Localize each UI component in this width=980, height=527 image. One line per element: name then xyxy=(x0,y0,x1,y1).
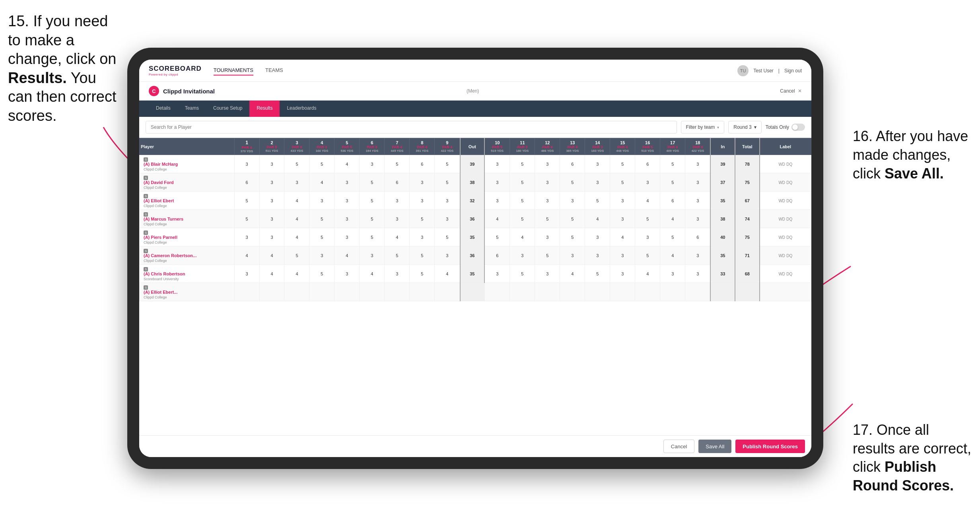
score-front-6[interactable]: 3 xyxy=(360,155,385,173)
score-front-4[interactable]: 3 xyxy=(309,192,334,210)
nav-teams[interactable]: TEAMS xyxy=(265,66,283,76)
wd-button[interactable]: WD xyxy=(778,235,785,240)
score-front-3[interactable]: 5 xyxy=(284,155,309,173)
score-back-16[interactable]: 4 xyxy=(635,192,660,210)
score-front-2[interactable] xyxy=(259,283,284,301)
score-back-16[interactable] xyxy=(635,283,660,301)
toggle-track[interactable] xyxy=(791,124,805,131)
score-back-13[interactable]: 5 xyxy=(560,210,585,228)
score-back-10[interactable]: 5 xyxy=(484,228,510,246)
score-front-5[interactable]: 3 xyxy=(334,265,360,283)
score-front-2[interactable]: 4 xyxy=(259,246,284,265)
score-front-9[interactable]: 3 xyxy=(435,246,460,265)
score-front-1[interactable]: 3 xyxy=(234,265,259,283)
player-name-link[interactable]: (A) Marcus Turners xyxy=(144,217,233,221)
score-back-11[interactable]: 4 xyxy=(510,228,535,246)
score-front-5[interactable]: 3 xyxy=(334,210,360,228)
nav-tournaments[interactable]: TOURNAMENTS xyxy=(214,66,253,76)
dq-button[interactable]: DQ xyxy=(786,162,792,167)
score-back-14[interactable]: 4 xyxy=(585,210,610,228)
score-back-14[interactable]: 3 xyxy=(585,228,610,246)
score-back-10[interactable]: 6 xyxy=(484,246,510,265)
save-all-button[interactable]: Save All xyxy=(698,440,731,453)
player-name-link[interactable]: (A) Chris Robertson xyxy=(144,271,233,276)
cancel-button[interactable]: Cancel xyxy=(663,440,694,453)
score-front-9[interactable]: 4 xyxy=(435,265,460,283)
score-back-17[interactable] xyxy=(660,283,685,301)
score-back-16[interactable]: 5 xyxy=(635,246,660,265)
score-back-17[interactable]: 6 xyxy=(660,192,685,210)
score-back-11[interactable] xyxy=(510,283,535,301)
player-name-link[interactable]: (A) Elliot Ebert xyxy=(144,198,233,203)
score-back-13[interactable]: 6 xyxy=(560,155,585,173)
score-front-3[interactable]: 4 xyxy=(284,192,309,210)
score-front-8[interactable]: 3 xyxy=(410,228,435,246)
score-front-4[interactable]: 5 xyxy=(309,265,334,283)
score-back-18[interactable] xyxy=(685,283,711,301)
score-front-8[interactable] xyxy=(410,283,435,301)
score-front-4[interactable]: 5 xyxy=(309,155,334,173)
score-back-13[interactable]: 4 xyxy=(560,265,585,283)
player-name-link[interactable]: (A) David Ford xyxy=(144,180,233,185)
score-back-12[interactable]: 3 xyxy=(535,155,560,173)
score-back-17[interactable]: 3 xyxy=(660,265,685,283)
tab-results[interactable]: Results xyxy=(249,101,280,117)
score-front-7[interactable]: 3 xyxy=(385,192,410,210)
score-front-6[interactable]: 5 xyxy=(360,192,385,210)
score-back-17[interactable]: 5 xyxy=(660,173,685,192)
score-front-1[interactable]: 3 xyxy=(234,155,259,173)
score-back-10[interactable]: 3 xyxy=(484,192,510,210)
score-front-7[interactable]: 3 xyxy=(385,210,410,228)
score-back-10[interactable]: 3 xyxy=(484,173,510,192)
score-back-15[interactable] xyxy=(610,283,635,301)
score-back-18[interactable]: 3 xyxy=(685,265,711,283)
score-front-2[interactable]: 3 xyxy=(259,210,284,228)
score-back-10[interactable]: 3 xyxy=(484,155,510,173)
score-back-15[interactable]: 4 xyxy=(610,228,635,246)
player-name-link[interactable]: (A) Elliot Ebert... xyxy=(144,290,233,294)
dq-button[interactable]: DQ xyxy=(786,199,792,203)
score-back-16[interactable]: 4 xyxy=(635,265,660,283)
score-back-15[interactable]: 5 xyxy=(610,155,635,173)
score-front-6[interactable]: 3 xyxy=(360,246,385,265)
score-front-9[interactable]: 3 xyxy=(435,210,460,228)
score-back-14[interactable]: 3 xyxy=(585,155,610,173)
round-selector-button[interactable]: Round 3 ▾ xyxy=(728,121,761,134)
score-front-7[interactable]: 4 xyxy=(385,228,410,246)
score-front-3[interactable]: 4 xyxy=(284,210,309,228)
score-back-14[interactable] xyxy=(585,283,610,301)
score-back-18[interactable]: 6 xyxy=(685,228,711,246)
score-back-10[interactable]: 4 xyxy=(484,210,510,228)
filter-team-button[interactable]: Filter by team ▾ xyxy=(681,121,725,134)
score-back-17[interactable]: 5 xyxy=(660,155,685,173)
score-back-12[interactable]: 3 xyxy=(535,173,560,192)
dq-button[interactable]: DQ xyxy=(786,254,792,258)
tab-course-setup[interactable]: Course Setup xyxy=(206,101,249,117)
score-front-3[interactable]: 4 xyxy=(284,228,309,246)
score-front-3[interactable]: 5 xyxy=(284,246,309,265)
tab-teams[interactable]: Teams xyxy=(178,101,206,117)
score-front-2[interactable]: 3 xyxy=(259,155,284,173)
score-back-14[interactable]: 5 xyxy=(585,192,610,210)
score-front-9[interactable]: 3 xyxy=(435,192,460,210)
score-back-18[interactable]: 3 xyxy=(685,192,711,210)
score-back-15[interactable]: 3 xyxy=(610,192,635,210)
score-front-3[interactable] xyxy=(284,283,309,301)
score-front-5[interactable]: 4 xyxy=(334,246,360,265)
score-front-8[interactable]: 5 xyxy=(410,246,435,265)
score-front-1[interactable] xyxy=(234,283,259,301)
score-front-4[interactable]: 5 xyxy=(309,228,334,246)
score-back-18[interactable]: 3 xyxy=(685,173,711,192)
score-front-8[interactable]: 6 xyxy=(410,155,435,173)
score-front-2[interactable]: 3 xyxy=(259,173,284,192)
score-back-16[interactable]: 6 xyxy=(635,155,660,173)
score-front-6[interactable]: 4 xyxy=(360,265,385,283)
score-back-11[interactable]: 3 xyxy=(510,246,535,265)
score-front-5[interactable]: 3 xyxy=(334,192,360,210)
score-back-18[interactable]: 3 xyxy=(685,155,711,173)
score-front-1[interactable]: 3 xyxy=(234,228,259,246)
dq-button[interactable]: DQ xyxy=(786,272,792,276)
score-front-8[interactable]: 5 xyxy=(410,210,435,228)
score-front-7[interactable]: 3 xyxy=(385,265,410,283)
player-name-link[interactable]: (A) Blair McHarg xyxy=(144,162,233,167)
